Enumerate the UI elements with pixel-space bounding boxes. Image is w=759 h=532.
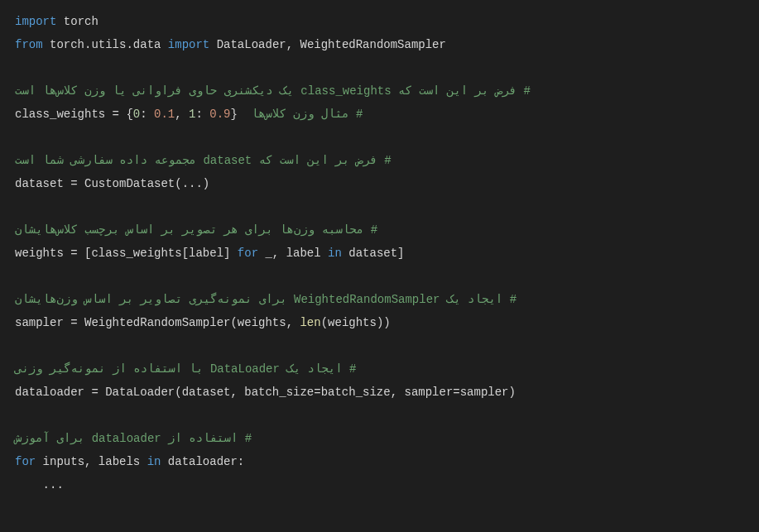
code-token: in (328, 247, 342, 260)
code-line[interactable]: ... (15, 473, 744, 496)
code-token: dataset = CustomDataset(...) (15, 177, 209, 190)
code-token: _, label (258, 247, 328, 260)
code-token: for (238, 247, 258, 260)
code-line[interactable]: یک دیکشنری حاوی فراوانی یا وزن کلاس‌ها ا… (15, 79, 744, 103)
code-token: مثال وزن کلاس‌ها # (252, 108, 363, 121)
code-line[interactable]: class_weights = {0: 0.1, 1: 0.9} مثال وز… (15, 103, 744, 126)
code-token: from (15, 38, 43, 51)
code-line[interactable]: import torch (15, 10, 744, 33)
code-line[interactable] (15, 126, 744, 149)
code-token: 0.9 (209, 108, 230, 121)
code-token: torch.utils.data (43, 38, 168, 51)
code-token: : (195, 108, 209, 121)
code-token: for (15, 455, 36, 468)
code-token: ... (15, 478, 64, 491)
code-token: in (147, 455, 161, 468)
code-token: dataloader = DataLoader(dataset, batch_s… (15, 386, 516, 399)
code-token: len (300, 316, 320, 329)
code-token: یک دیکشنری حاوی فراوانی یا وزن کلاس‌ها ا… (15, 84, 531, 98)
code-token: (weights)) (321, 316, 391, 329)
code-token: dataset] (342, 247, 405, 260)
code-line[interactable]: برای آموزش dataloader استفاده از # (15, 427, 744, 450)
code-line[interactable]: sampler = WeightedRandomSampler(weights,… (15, 311, 744, 334)
code-token: torch (56, 15, 98, 28)
code-token: sampler = WeightedRandomSampler(weights, (15, 316, 300, 329)
code-token: dataloader: (161, 455, 244, 468)
code-token: برای نمونه‌گیری تصاویر بر اساس وزن‌هایشا… (15, 293, 516, 306)
code-token: مجموعه داده سفارشی شما است dataset فرض ب… (15, 154, 392, 167)
code-line[interactable]: from torch.utils.data import DataLoader,… (15, 33, 744, 56)
code-token: با استفاده از نمونه‌گیر وزنی DataLoader … (15, 362, 357, 376)
code-line[interactable]: dataloader = DataLoader(dataset, batch_s… (15, 381, 744, 404)
code-token: import (168, 38, 209, 51)
code-line[interactable]: for inputs, labels in dataloader: (15, 450, 744, 473)
code-line[interactable]: weights = [class_weights[label] for _, l… (15, 242, 744, 265)
code-token: weights = [class_weights[label] (15, 247, 238, 260)
code-line[interactable]: برای نمونه‌گیری تصاویر بر اساس وزن‌هایشا… (15, 288, 744, 311)
code-line[interactable] (15, 195, 744, 218)
code-line[interactable] (15, 56, 744, 79)
code-token: import (15, 15, 56, 28)
code-line[interactable]: محاسبه وزن‌ها برای هر تصویر بر اساس برچس… (15, 218, 744, 242)
code-token: محاسبه وزن‌ها برای هر تصویر بر اساس برچس… (15, 223, 377, 237)
code-token: 0.1 (154, 108, 175, 121)
code-token: inputs, labels (36, 455, 147, 468)
code-line[interactable] (15, 334, 744, 357)
code-token: : (140, 108, 154, 121)
code-token: } (231, 108, 252, 121)
code-token: 0 (133, 108, 140, 121)
code-line[interactable] (15, 265, 744, 288)
code-token: برای آموزش dataloader استفاده از # (15, 432, 252, 445)
code-token: , (175, 108, 189, 121)
code-line[interactable] (15, 404, 744, 427)
code-token: class_weights = { (15, 108, 133, 121)
code-line[interactable]: dataset = CustomDataset(...) (15, 172, 744, 195)
code-editor[interactable]: import torchfrom torch.utils.data import… (15, 10, 744, 496)
code-token: DataLoader, WeightedRandomSampler (209, 38, 446, 51)
code-line[interactable]: با استفاده از نمونه‌گیر وزنی DataLoader … (15, 357, 744, 381)
code-line[interactable]: مجموعه داده سفارشی شما است dataset فرض ب… (15, 149, 744, 172)
